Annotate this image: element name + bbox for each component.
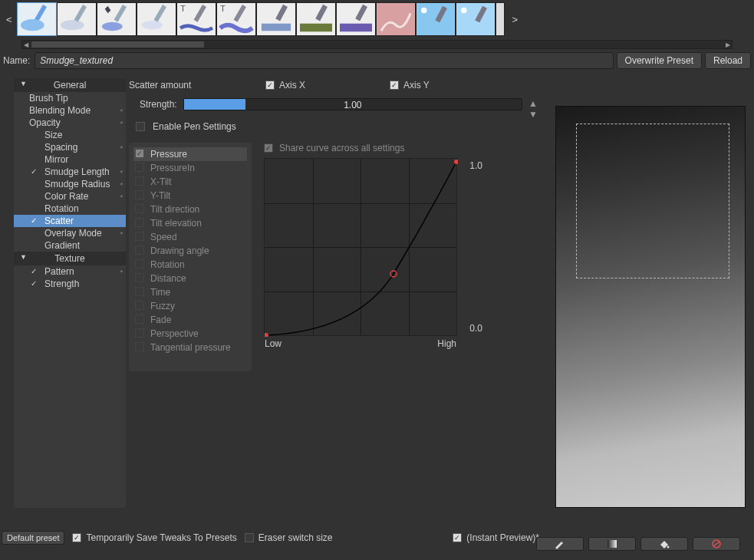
check-icon: ✓ — [135, 149, 144, 158]
preset-scrollbar[interactable]: ◀ ▶ — [21, 40, 733, 49]
sensor-drawing-angle[interactable]: Drawing angle — [133, 244, 247, 258]
sensor-label: Drawing angle — [150, 245, 209, 256]
reload-button[interactable]: Reload — [705, 52, 751, 69]
preset-thumb[interactable] — [17, 2, 57, 36]
check-icon — [135, 163, 144, 172]
sensor-pressurein[interactable]: PressureIn — [133, 161, 247, 175]
sensor-tilt-direction[interactable]: Tilt direction — [133, 203, 247, 216]
preset-thumb[interactable] — [57, 2, 97, 36]
sensor-label: Perspective — [150, 328, 199, 339]
prop-brush-tip[interactable]: Brush Tip — [14, 92, 126, 104]
preset-thumb[interactable] — [416, 2, 456, 36]
scatter-amount-label: Scatter amount — [129, 80, 265, 91]
eraser-switch-checkbox[interactable]: Eraser switch size — [245, 532, 333, 543]
sensor-label: PressureIn — [150, 163, 195, 173]
sensor-label: Fuzzy — [150, 301, 175, 311]
prop-opacity[interactable]: Opacity▪ — [14, 117, 126, 129]
prop-smudge-radius[interactable]: Smudge Radius▪ — [14, 178, 126, 190]
sensor-pressure[interactable]: ✓Pressure — [133, 147, 247, 161]
svg-rect-26 — [340, 24, 372, 32]
lock-icon: ▪ — [120, 193, 123, 199]
overwrite-preset-button[interactable]: Overwrite Preset — [617, 52, 702, 69]
section-general[interactable]: ▼General — [14, 78, 126, 92]
axis-y-checkbox[interactable]: ✓Axis Y — [390, 80, 430, 91]
sensor-time[interactable]: Time — [133, 285, 247, 299]
check-icon — [135, 342, 144, 351]
sensor-label: Time — [150, 287, 170, 298]
axis-x-checkbox[interactable]: ✓Axis X — [265, 80, 305, 91]
svg-point-29 — [421, 8, 427, 14]
svg-rect-23 — [300, 24, 332, 32]
strength-slider[interactable]: 1.00 — [183, 98, 522, 110]
section-label: Texture — [54, 253, 84, 264]
check-icon: ✓ — [390, 81, 399, 90]
preset-thumb[interactable] — [256, 2, 296, 36]
fill-bucket-button[interactable] — [640, 537, 688, 551]
preset-thumb[interactable] — [496, 2, 505, 36]
check-icon — [135, 218, 144, 227]
prop-strength[interactable]: ✓Strength — [14, 278, 126, 290]
prop-scatter[interactable]: ✓Scatter▪ — [14, 215, 126, 227]
prop-overlay-mode[interactable]: Overlay Mode▪ — [14, 227, 126, 239]
prop-color-rate[interactable]: Color Rate▪ — [14, 190, 126, 203]
curve-editor[interactable]: 1.0 0.0 Low High — [264, 158, 457, 336]
scroll-right-icon[interactable]: ▶ — [724, 41, 732, 48]
sensor-tangential-pressure[interactable]: Tangential pressure — [133, 341, 247, 354]
check-icon — [135, 287, 144, 296]
sensor-rotation[interactable]: Rotation — [133, 258, 247, 272]
share-curve-checkbox[interactable]: ✓ — [264, 143, 273, 153]
preset-name-input[interactable]: Smudge_textured — [35, 52, 613, 69]
preset-thumb[interactable]: T — [216, 2, 256, 36]
prop-label: Spacing — [44, 142, 77, 153]
preset-thumb[interactable]: T — [176, 2, 216, 36]
check-icon: ✓ — [31, 216, 37, 225]
prop-gradient[interactable]: Gradient — [14, 239, 126, 252]
sensor-speed[interactable]: Speed — [133, 230, 247, 244]
enable-pen-checkbox[interactable] — [136, 122, 145, 131]
sensor-fuzzy[interactable]: Fuzzy — [133, 299, 247, 313]
fill-brush-button[interactable] — [536, 537, 584, 551]
sensor-perspective[interactable]: Perspective — [133, 327, 247, 341]
preset-thumb[interactable] — [97, 2, 137, 36]
sensor-fade[interactable]: Fade — [133, 313, 247, 327]
prop-smudge-length[interactable]: ✓Smudge Length▪ — [14, 166, 126, 178]
scroll-left-icon[interactable]: ◀ — [22, 41, 30, 48]
preset-next[interactable]: > — [508, 14, 523, 25]
check-icon — [135, 259, 144, 268]
fill-gradient-button[interactable] — [588, 537, 636, 551]
strength-label: Strength: — [140, 99, 177, 110]
prop-label: Gradient — [44, 240, 80, 251]
prop-mirror[interactable]: Mirror — [14, 153, 126, 166]
prop-pattern[interactable]: ✓Pattern▪ — [14, 265, 126, 278]
prop-label: Blending Mode — [29, 105, 91, 116]
sensor-distance[interactable]: Distance — [133, 272, 247, 285]
scroll-thumb[interactable] — [31, 41, 204, 48]
prop-size[interactable]: Size — [14, 129, 126, 141]
preset-thumb[interactable] — [456, 2, 496, 36]
lock-icon: ▪ — [120, 143, 123, 150]
lock-icon: ▪ — [120, 268, 123, 275]
preset-thumb[interactable] — [137, 2, 176, 36]
temp-save-checkbox[interactable]: ✓Temporarily Save Tweaks To Presets — [72, 532, 236, 543]
preset-list: T T — [17, 2, 508, 36]
preset-prev[interactable]: < — [2, 14, 17, 25]
sensor-x-tilt[interactable]: X-Tilt — [133, 175, 247, 189]
preset-thumb[interactable] — [336, 2, 376, 36]
sensor-tilt-elevation[interactable]: Tilt elevation — [133, 216, 247, 230]
check-icon — [135, 273, 144, 282]
prop-label: Color Rate — [44, 191, 88, 202]
section-texture[interactable]: ▼Texture — [14, 252, 126, 265]
preset-thumb[interactable] — [376, 2, 416, 36]
prop-label: Pattern — [44, 266, 74, 277]
lock-icon: ▪ — [120, 168, 123, 175]
prop-rotation[interactable]: Rotation — [14, 203, 126, 215]
instant-preview-checkbox[interactable]: ✓(Instant Preview)* — [453, 532, 539, 543]
prop-blending-mode[interactable]: Blending Mode▪ — [14, 104, 126, 117]
prop-spacing[interactable]: Spacing▪ — [14, 141, 126, 153]
prop-label: Opacity — [29, 117, 61, 128]
sensor-y-tilt[interactable]: Y-Tilt — [133, 189, 247, 203]
default-preset-button[interactable]: Default preset — [2, 531, 64, 545]
strength-spinner[interactable]: ▲▼ — [528, 98, 538, 110]
clear-button[interactable] — [693, 537, 740, 551]
preset-thumb[interactable] — [296, 2, 336, 36]
